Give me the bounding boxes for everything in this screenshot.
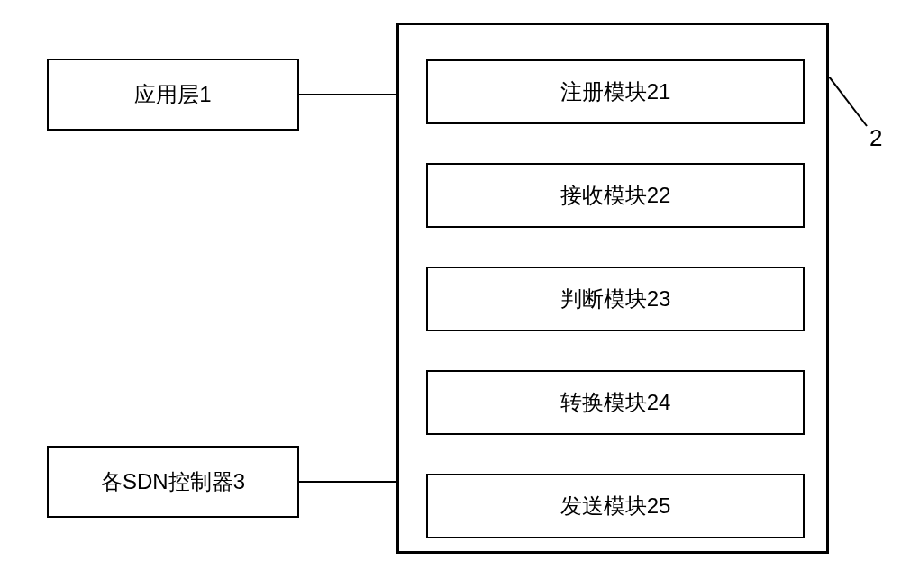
- container-label: 2: [869, 124, 882, 152]
- connector-top: [299, 94, 396, 95]
- convert-module-label: 转换模块24: [560, 388, 671, 417]
- container-label-line: [829, 77, 874, 135]
- modules-container: 注册模块21 接收模块22 判断模块23 转换模块24 发送模块25: [396, 23, 829, 554]
- application-layer-label: 应用层1: [134, 80, 211, 109]
- judge-module-box: 判断模块23: [426, 267, 805, 331]
- send-module-box: 发送模块25: [426, 474, 805, 538]
- register-module-box: 注册模块21: [426, 59, 805, 124]
- receive-module-label: 接收模块22: [560, 181, 671, 210]
- sdn-controllers-label: 各SDN控制器3: [101, 467, 245, 496]
- send-module-label: 发送模块25: [560, 492, 671, 520]
- register-module-label: 注册模块21: [560, 77, 671, 106]
- application-layer-box: 应用层1: [47, 59, 299, 131]
- svg-line-0: [829, 77, 867, 126]
- sdn-controllers-box: 各SDN控制器3: [47, 446, 299, 518]
- convert-module-box: 转换模块24: [426, 370, 805, 435]
- receive-module-box: 接收模块22: [426, 163, 805, 228]
- connector-bottom: [299, 481, 396, 483]
- judge-module-label: 判断模块23: [560, 285, 671, 313]
